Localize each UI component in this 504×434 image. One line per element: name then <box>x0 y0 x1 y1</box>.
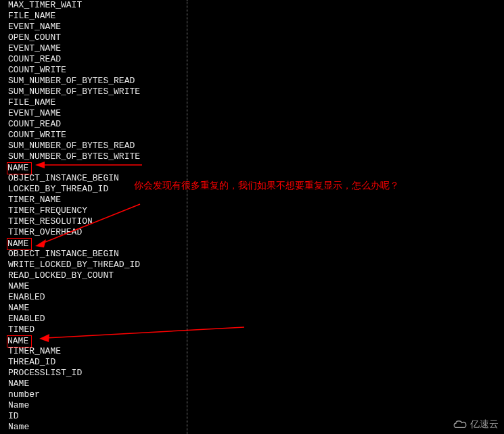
terminal-line: WRITE_LOCKED_BY_THREAD_ID <box>8 260 187 270</box>
terminal-line: FILE_NAME <box>8 11 187 22</box>
cloud-icon <box>453 420 467 429</box>
terminal-line: number <box>8 389 187 400</box>
terminal-line: NAME <box>8 281 187 292</box>
terminal-line: COUNT_READ <box>8 119 187 130</box>
terminal-line: OBJECT_INSTANCE_BEGIN <box>8 249 187 260</box>
terminal-line: NAME <box>8 303 187 314</box>
terminal-line: TIMER_NAME <box>8 346 187 357</box>
terminal-line: EVENT_NAME <box>8 108 187 119</box>
terminal-line: READ_LOCKED_BY_COUNT <box>8 270 187 281</box>
terminal-line: NAME <box>8 335 187 346</box>
terminal-line: EVENT_NAME <box>8 43 187 54</box>
annotation-text: 你会发现有很多重复的，我们如果不想要重复显示，怎么办呢？ <box>134 180 399 192</box>
terminal-line: ENABLED <box>8 314 187 324</box>
terminal-line: TIMED <box>8 324 187 335</box>
terminal-line: NAME <box>8 238 187 249</box>
terminal-line: MAX_TIMER_WAIT <box>8 0 187 11</box>
terminal-line: SUM_NUMBER_OF_BYTES_WRITE <box>8 151 187 162</box>
terminal-line: COUNT_WRITE <box>8 65 187 76</box>
terminal-line: ENABLED <box>8 292 187 303</box>
terminal-line: TIMER_NAME <box>8 195 187 206</box>
terminal-line: FILE_NAME <box>8 97 187 108</box>
terminal-line: Name <box>8 422 187 433</box>
terminal-line: THREAD_ID <box>8 357 187 368</box>
annotation-area <box>187 0 504 434</box>
terminal-line: TIMER_FREQUENCY <box>8 206 187 216</box>
watermark: 亿速云 <box>453 418 499 431</box>
terminal-line: COUNT_WRITE <box>8 130 187 141</box>
terminal-line: SUM_NUMBER_OF_BYTES_WRITE <box>8 87 187 97</box>
terminal-line: NAME <box>8 162 187 173</box>
terminal-line: COUNT_READ <box>8 54 187 65</box>
watermark-text: 亿速云 <box>470 418 499 431</box>
terminal-line: SUM_NUMBER_OF_BYTES_READ <box>8 141 187 151</box>
terminal-line: TIMER_RESOLUTION <box>8 216 187 227</box>
terminal-line: TIMER_OVERHEAD <box>8 227 187 238</box>
terminal-line: ID <box>8 411 187 422</box>
terminal-line: OPEN_COUNT <box>8 32 187 43</box>
terminal-line: EVENT_NAME <box>8 22 187 32</box>
terminal-output: MAX_TIMER_WAITFILE_NAMEEVENT_NAMEOPEN_CO… <box>0 0 187 434</box>
terminal-line: Name <box>8 400 187 411</box>
terminal-line: PROCESSLIST_ID <box>8 368 187 379</box>
terminal-line: NAME <box>8 379 187 389</box>
terminal-line: SUM_NUMBER_OF_BYTES_READ <box>8 76 187 87</box>
